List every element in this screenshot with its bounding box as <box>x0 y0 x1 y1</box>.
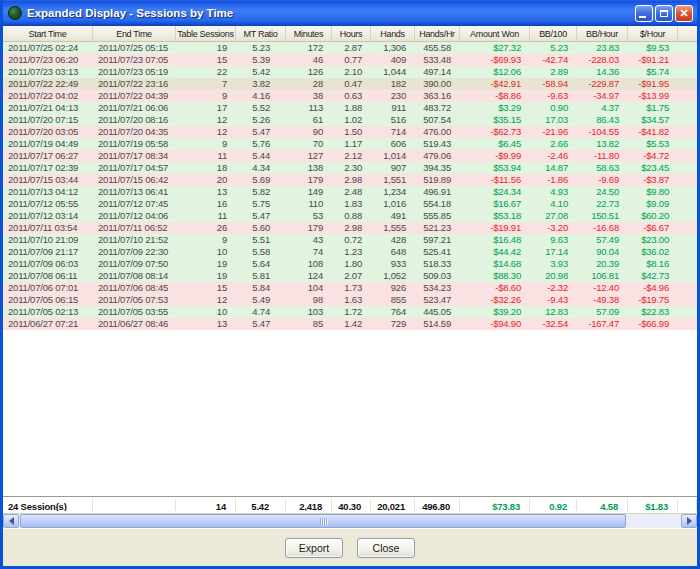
titlebar[interactable]: Expanded Display - Sessions by Time ✕ <box>3 0 697 26</box>
column-header-hands[interactable]: Hands <box>371 26 415 41</box>
column-header-bb_100[interactable]: BB/100 <box>530 26 577 41</box>
table-row[interactable]: 2011/07/12 05:552011/07/12 07:45165.7511… <box>3 198 697 210</box>
table-row[interactable]: 2011/07/23 03:132011/07/23 05:19225.4212… <box>3 66 697 78</box>
cell-amount_won: $16.48 <box>460 234 530 246</box>
cell-filler <box>678 162 697 174</box>
column-header-amount_won[interactable]: Amount Won <box>460 26 530 41</box>
totals-row: 24 Session(s)145.422,41840.3020,021496.8… <box>3 496 697 513</box>
cell-table_sessions: 18 <box>176 162 236 174</box>
column-header-end_time[interactable]: End Time <box>93 26 176 41</box>
column-header-start_time[interactable]: Start Time <box>3 26 93 41</box>
cell-bb_100: -2.46 <box>530 150 577 162</box>
table-row[interactable]: 2011/07/25 02:242011/07/25 05:15195.2317… <box>3 42 697 54</box>
cell-start_time: 2011/07/19 04:49 <box>3 138 93 150</box>
cell-bb_hour: -104.55 <box>577 126 628 138</box>
cell-start_time: 2011/07/20 03:05 <box>3 126 93 138</box>
cell-amount_won: $27.32 <box>460 42 530 54</box>
cell-dollar_hour: $36.02 <box>628 246 678 258</box>
cell-bb_100: 20.98 <box>530 270 577 282</box>
table-row[interactable]: 2011/07/09 06:032011/07/09 07:50195.6410… <box>3 258 697 270</box>
cell-start_time: 2011/07/12 03:14 <box>3 210 93 222</box>
expanded-display-window: Expanded Display - Sessions by Time ✕ St… <box>0 0 700 569</box>
table-row[interactable]: 2011/07/22 04:022011/07/22 04:3994.16380… <box>3 90 697 102</box>
cell-dollar_hour: $23.00 <box>628 234 678 246</box>
table-row[interactable]: 2011/07/21 04:132011/07/21 06:06175.5211… <box>3 102 697 114</box>
table-row[interactable]: 2011/07/05 06:152011/07/05 07:53125.4998… <box>3 294 697 306</box>
cell-amount_won: -$62.73 <box>460 126 530 138</box>
column-header-filler <box>678 26 697 41</box>
table-row[interactable]: 2011/07/17 02:392011/07/17 04:57184.3413… <box>3 162 697 174</box>
table-row[interactable]: 2011/07/17 06:272011/07/17 08:34115.4412… <box>3 150 697 162</box>
scrollbar-track[interactable] <box>627 514 681 528</box>
cell-mt_ratio: 5.76 <box>236 138 286 150</box>
cell-mt_ratio: 5.69 <box>236 174 286 186</box>
table-row[interactable]: 2011/07/08 06:112011/07/08 08:14195.8112… <box>3 270 697 282</box>
cell-table_sessions: 9 <box>176 90 236 102</box>
table-row[interactable]: 2011/07/10 21:092011/07/10 21:5295.51430… <box>3 234 697 246</box>
column-header-table_sessions[interactable]: Table Sessions <box>176 26 236 41</box>
column-header-bb_hour[interactable]: BB/Hour <box>577 26 628 41</box>
table-row[interactable]: 2011/07/23 06:202011/07/23 07:05155.3946… <box>3 54 697 66</box>
cell-end_time: 2011/07/23 07:05 <box>93 54 176 66</box>
cell-end_time: 2011/07/15 06:42 <box>93 174 176 186</box>
table-row[interactable]: 2011/07/09 21:172011/07/09 22:30105.5874… <box>3 246 697 258</box>
maximize-icon[interactable] <box>655 5 673 22</box>
cell-minutes: 61 <box>286 114 332 126</box>
cell-hands_hr: 483.72 <box>415 102 460 114</box>
cell-hands: 926 <box>371 282 415 294</box>
cell-filler <box>678 234 697 246</box>
cell-amount_won: -$94.90 <box>460 318 530 330</box>
table-row[interactable]: 2011/07/22 22:492011/07/22 23:1673.82280… <box>3 78 697 90</box>
cell-table_sessions: 11 <box>176 150 236 162</box>
close-button[interactable]: Close <box>357 538 415 558</box>
cell-filler <box>678 294 697 306</box>
cell-filler <box>678 78 697 90</box>
close-icon[interactable]: ✕ <box>675 5 693 22</box>
table-row[interactable]: 2011/07/13 04:122011/07/13 06:41135.8214… <box>3 186 697 198</box>
horizontal-scrollbar[interactable] <box>3 513 697 528</box>
cell-hands_hr: 523.47 <box>415 294 460 306</box>
cell-dollar_hour: -$6.67 <box>628 222 678 234</box>
cell-mt_ratio: 5.82 <box>236 186 286 198</box>
cell-minutes: 28 <box>286 78 332 90</box>
cell-dollar_hour: -$4.96 <box>628 282 678 294</box>
cell-bb_hour: -167.47 <box>577 318 628 330</box>
minimize-icon[interactable] <box>635 5 653 22</box>
cell-bb_hour: 13.82 <box>577 138 628 150</box>
table-row[interactable]: 2011/07/11 03:542011/07/11 06:52265.6017… <box>3 222 697 234</box>
column-header-mt_ratio[interactable]: MT Ratio <box>236 26 286 41</box>
column-header-dollar_hour[interactable]: $/Hour <box>628 26 678 41</box>
scrollbar-thumb[interactable] <box>20 514 626 528</box>
cell-hands: 230 <box>371 90 415 102</box>
cell-mt_ratio: 5.64 <box>236 258 286 270</box>
cell-filler <box>678 282 697 294</box>
cell-minutes: 172 <box>286 42 332 54</box>
cell-dollar_hour: -$91.21 <box>628 54 678 66</box>
cell-hours: 2.12 <box>332 150 371 162</box>
table-row[interactable]: 2011/07/19 04:492011/07/19 05:5895.76701… <box>3 138 697 150</box>
cell-dollar_hour: $23.45 <box>628 162 678 174</box>
table-row[interactable]: 2011/07/12 03:142011/07/12 04:06115.4753… <box>3 210 697 222</box>
export-button[interactable]: Export <box>285 538 343 558</box>
table-row[interactable]: 2011/07/20 07:152011/07/20 08:16125.2661… <box>3 114 697 126</box>
column-header-hours[interactable]: Hours <box>332 26 371 41</box>
cell-hands_hr: 496.80 <box>415 499 460 511</box>
cell-start_time: 2011/07/05 06:15 <box>3 294 93 306</box>
cell-minutes: 110 <box>286 198 332 210</box>
column-header-hands_hr[interactable]: Hands/Hr <box>415 26 460 41</box>
column-header-minutes[interactable]: Minutes <box>286 26 332 41</box>
cell-table_sessions: 12 <box>176 114 236 126</box>
scroll-left-icon[interactable] <box>3 514 19 528</box>
cell-minutes: 38 <box>286 90 332 102</box>
cell-start_time: 2011/07/17 06:27 <box>3 150 93 162</box>
table-row[interactable]: 2011/07/20 03:052011/07/20 04:35125.4790… <box>3 126 697 138</box>
table-row[interactable]: 2011/06/27 07:212011/06/27 08:46135.4785… <box>3 318 697 330</box>
cell-dollar_hour: $1.75 <box>628 102 678 114</box>
cell-table_sessions: 10 <box>176 246 236 258</box>
cell-bb_100: -1.86 <box>530 174 577 186</box>
scroll-right-icon[interactable] <box>681 514 697 528</box>
table-row[interactable]: 2011/07/06 07:012011/07/06 08:45155.8410… <box>3 282 697 294</box>
table-row[interactable]: 2011/07/15 03:442011/07/15 06:42205.6917… <box>3 174 697 186</box>
cell-hands_hr: 507.54 <box>415 114 460 126</box>
table-row[interactable]: 2011/07/05 02:132011/07/05 03:55104.7410… <box>3 306 697 318</box>
